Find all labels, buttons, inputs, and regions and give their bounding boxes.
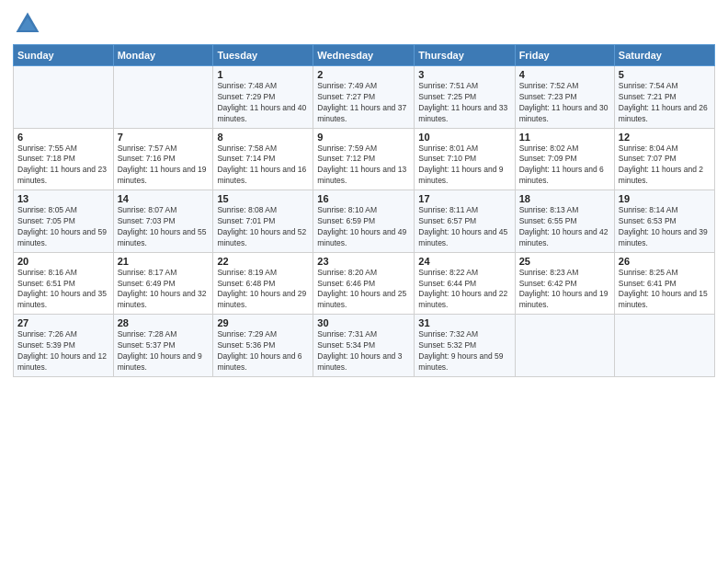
calendar-cell: 29Sunrise: 7:29 AMSunset: 5:36 PMDayligh… [213,315,313,377]
day-number: 1 [217,69,309,80]
calendar-cell: 17Sunrise: 8:11 AMSunset: 6:57 PMDayligh… [415,190,515,253]
day-info: Sunrise: 7:32 AMSunset: 5:32 PMDaylight:… [418,329,510,373]
day-header-thursday: Thursday [415,45,515,66]
calendar-cell [614,315,714,377]
calendar-body: 1Sunrise: 7:48 AMSunset: 7:29 PMDaylight… [14,66,715,377]
day-info: Sunrise: 8:20 AMSunset: 6:46 PMDaylight:… [317,268,410,312]
day-number: 24 [418,256,510,267]
day-number: 12 [619,132,711,143]
day-header-friday: Friday [515,45,614,66]
calendar-cell: 30Sunrise: 7:31 AMSunset: 5:34 PMDayligh… [313,315,415,377]
calendar-cell: 2Sunrise: 7:49 AMSunset: 7:27 PMDaylight… [313,66,415,129]
day-number: 28 [118,317,210,328]
calendar-cell: 6Sunrise: 7:55 AMSunset: 7:18 PMDaylight… [14,128,114,190]
calendar-cell: 22Sunrise: 8:19 AMSunset: 6:48 PMDayligh… [213,252,313,315]
calendar-cell: 8Sunrise: 7:58 AMSunset: 7:14 PMDaylight… [213,128,313,190]
day-number: 8 [217,132,309,143]
day-number: 13 [17,193,109,204]
day-info: Sunrise: 7:57 AMSunset: 7:16 PMDaylight:… [118,144,210,188]
day-info: Sunrise: 8:08 AMSunset: 7:01 PMDaylight:… [217,205,309,249]
calendar-cell: 13Sunrise: 8:05 AMSunset: 7:05 PMDayligh… [14,190,114,253]
day-number: 3 [418,69,510,80]
calendar-cell: 7Sunrise: 7:57 AMSunset: 7:16 PMDaylight… [113,128,213,190]
calendar-cell: 20Sunrise: 8:16 AMSunset: 6:51 PMDayligh… [14,252,114,315]
calendar-cell: 10Sunrise: 8:01 AMSunset: 7:10 PMDayligh… [415,128,515,190]
calendar-cell: 26Sunrise: 8:25 AMSunset: 6:41 PMDayligh… [614,252,714,315]
calendar-cell: 31Sunrise: 7:32 AMSunset: 5:32 PMDayligh… [415,315,515,377]
day-number: 31 [418,317,510,328]
logo [13,9,46,39]
calendar-cell: 18Sunrise: 8:13 AMSunset: 6:55 PMDayligh… [515,190,614,253]
day-number: 15 [217,193,309,204]
day-info: Sunrise: 7:49 AMSunset: 7:27 PMDaylight:… [317,81,410,125]
day-info: Sunrise: 7:48 AMSunset: 7:29 PMDaylight:… [217,81,309,125]
day-info: Sunrise: 7:52 AMSunset: 7:23 PMDaylight:… [519,81,610,125]
calendar-cell: 12Sunrise: 8:04 AMSunset: 7:07 PMDayligh… [614,128,714,190]
calendar-cell: 16Sunrise: 8:10 AMSunset: 6:59 PMDayligh… [313,190,415,253]
calendar-cell: 25Sunrise: 8:23 AMSunset: 6:42 PMDayligh… [515,252,614,315]
calendar-cell: 28Sunrise: 7:28 AMSunset: 5:37 PMDayligh… [113,315,213,377]
calendar-table: SundayMondayTuesdayWednesdayThursdayFrid… [13,44,715,377]
calendar-cell: 24Sunrise: 8:22 AMSunset: 6:44 PMDayligh… [415,252,515,315]
day-number: 21 [118,256,210,267]
day-info: Sunrise: 8:04 AMSunset: 7:07 PMDaylight:… [619,144,711,188]
calendar-cell: 21Sunrise: 8:17 AMSunset: 6:49 PMDayligh… [113,252,213,315]
day-header-wednesday: Wednesday [313,45,415,66]
day-info: Sunrise: 8:02 AMSunset: 7:09 PMDaylight:… [519,144,610,188]
day-number: 10 [418,132,510,143]
day-info: Sunrise: 8:01 AMSunset: 7:10 PMDaylight:… [418,144,510,188]
calendar-cell: 1Sunrise: 7:48 AMSunset: 7:29 PMDaylight… [213,66,313,129]
day-info: Sunrise: 7:54 AMSunset: 7:21 PMDaylight:… [619,81,711,125]
day-info: Sunrise: 8:10 AMSunset: 6:59 PMDaylight:… [317,205,410,249]
day-info: Sunrise: 8:13 AMSunset: 6:55 PMDaylight:… [519,205,610,249]
calendar-cell [113,66,213,129]
day-info: Sunrise: 7:29 AMSunset: 5:36 PMDaylight:… [217,329,309,373]
calendar-cell: 5Sunrise: 7:54 AMSunset: 7:21 PMDaylight… [614,66,714,129]
logo-icon [13,9,42,39]
day-number: 4 [519,69,610,80]
page: SundayMondayTuesdayWednesdayThursdayFrid… [0,0,728,563]
calendar-cell: 4Sunrise: 7:52 AMSunset: 7:23 PMDaylight… [515,66,614,129]
day-info: Sunrise: 8:23 AMSunset: 6:42 PMDaylight:… [519,268,610,312]
day-header-saturday: Saturday [614,45,714,66]
calendar-cell: 27Sunrise: 7:26 AMSunset: 5:39 PMDayligh… [14,315,114,377]
day-info: Sunrise: 8:11 AMSunset: 6:57 PMDaylight:… [418,205,510,249]
day-info: Sunrise: 7:51 AMSunset: 7:25 PMDaylight:… [418,81,510,125]
calendar-cell: 3Sunrise: 7:51 AMSunset: 7:25 PMDaylight… [415,66,515,129]
calendar-cell: 15Sunrise: 8:08 AMSunset: 7:01 PMDayligh… [213,190,313,253]
day-number: 27 [17,317,109,328]
day-number: 17 [418,193,510,204]
day-number: 5 [619,69,711,80]
header [13,9,715,39]
day-number: 9 [317,132,410,143]
day-header-tuesday: Tuesday [213,45,313,66]
day-info: Sunrise: 8:16 AMSunset: 6:51 PMDaylight:… [17,268,109,312]
day-number: 7 [118,132,210,143]
day-header-sunday: Sunday [14,45,114,66]
day-number: 11 [519,132,610,143]
day-info: Sunrise: 8:05 AMSunset: 7:05 PMDaylight:… [17,205,109,249]
week-row-2: 6Sunrise: 7:55 AMSunset: 7:18 PMDaylight… [14,128,715,190]
week-row-3: 13Sunrise: 8:05 AMSunset: 7:05 PMDayligh… [14,190,715,253]
day-info: Sunrise: 8:25 AMSunset: 6:41 PMDaylight:… [619,268,711,312]
day-number: 30 [317,317,410,328]
day-info: Sunrise: 8:07 AMSunset: 7:03 PMDaylight:… [118,205,210,249]
day-number: 16 [317,193,410,204]
calendar-cell: 9Sunrise: 7:59 AMSunset: 7:12 PMDaylight… [313,128,415,190]
day-number: 20 [17,256,109,267]
day-info: Sunrise: 8:17 AMSunset: 6:49 PMDaylight:… [118,268,210,312]
day-info: Sunrise: 7:55 AMSunset: 7:18 PMDaylight:… [17,144,109,188]
day-header-monday: Monday [113,45,213,66]
day-info: Sunrise: 7:31 AMSunset: 5:34 PMDaylight:… [317,329,410,373]
calendar-cell [515,315,614,377]
day-number: 6 [17,132,109,143]
calendar-header: SundayMondayTuesdayWednesdayThursdayFrid… [14,45,715,66]
week-row-5: 27Sunrise: 7:26 AMSunset: 5:39 PMDayligh… [14,315,715,377]
day-number: 25 [519,256,610,267]
day-info: Sunrise: 8:14 AMSunset: 6:53 PMDaylight:… [619,205,711,249]
header-row: SundayMondayTuesdayWednesdayThursdayFrid… [14,45,715,66]
day-number: 26 [619,256,711,267]
day-number: 14 [118,193,210,204]
day-number: 2 [317,69,410,80]
day-number: 23 [317,256,410,267]
